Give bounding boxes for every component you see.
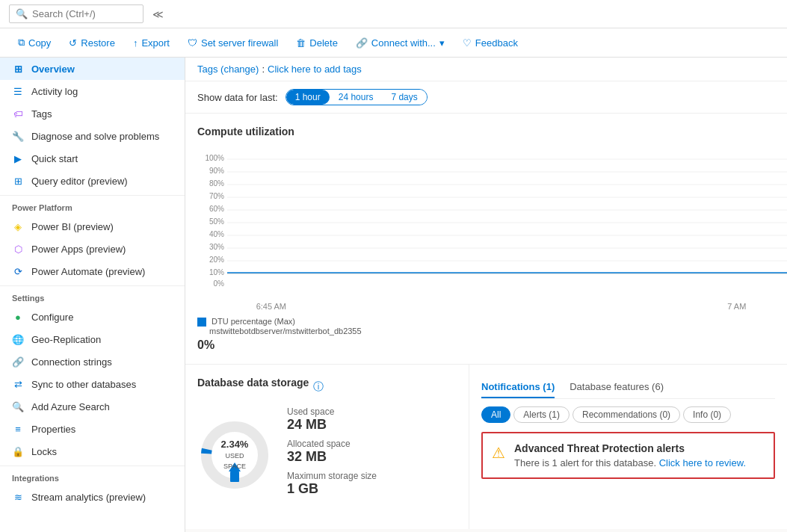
svg-rect-14 xyxy=(230,471,239,482)
sidebar-item-label: Properties xyxy=(31,424,75,435)
notifications-tabs: Notifications (1) Database features (6) xyxy=(481,377,775,399)
configure-icon: ● xyxy=(12,311,24,323)
sidebar-item-powerautomate[interactable]: ⟳ Power Automate (preview) xyxy=(0,260,185,282)
sidebar-item-label: Add Azure Search xyxy=(31,401,110,412)
sidebar-item-label: Query editor (preview) xyxy=(31,176,128,187)
connection-icon: 🔗 xyxy=(12,356,24,368)
filter-alerts[interactable]: Alerts (1) xyxy=(513,406,570,423)
filter-recommendations[interactable]: Recommendations (0) xyxy=(572,406,680,423)
power-platform-section: Power Platform xyxy=(0,195,185,215)
feedback-icon: ♡ xyxy=(463,37,472,49)
time-option-7days[interactable]: 7 days xyxy=(382,90,426,105)
storage-title: Database data storage xyxy=(197,377,309,389)
query-icon: ⊞ xyxy=(12,175,24,187)
sidebar-item-azure-search[interactable]: 🔍 Add Azure Search xyxy=(0,395,185,418)
time-option-24hours[interactable]: 24 hours xyxy=(330,90,383,105)
sidebar-item-locks[interactable]: 🔒 Locks xyxy=(0,440,185,463)
add-tags-link[interactable]: Click here to add tags xyxy=(268,64,362,75)
time-options-group: 1 hour 24 hours 7 days xyxy=(286,89,428,105)
alert-title: Advanced Threat Protection alerts xyxy=(514,442,746,454)
time-option-1hour[interactable]: 1 hour xyxy=(286,90,330,105)
filter-tabs: All Alerts (1) Recommendations (0) Info … xyxy=(481,406,775,423)
donut-label: 2.34% USED SPACE xyxy=(216,438,253,471)
powerautomate-icon: ⟳ xyxy=(12,265,24,277)
y-axis: 100% 90% 80% 70% 60% 50% 40% 30% 20% 10%… xyxy=(197,146,226,288)
copy-icon: ⧉ xyxy=(18,37,25,49)
alert-content: Advanced Threat Protection alerts There … xyxy=(514,442,746,468)
restore-icon: ↺ xyxy=(69,37,77,49)
content-area: Tags (change) : Click here to add tags S… xyxy=(185,58,787,532)
search-box[interactable]: 🔍 xyxy=(9,4,143,23)
x-axis: 6:45 AM 7 AM xyxy=(227,302,775,311)
sidebar-item-sync-databases[interactable]: ⇄ Sync to other databases xyxy=(0,373,185,395)
search-input[interactable] xyxy=(32,8,129,19)
time-filter-bar: Show data for last: 1 hour 24 hours 7 da… xyxy=(185,81,787,114)
max-storage-stat: Maximum storage size 1 GB xyxy=(287,471,377,497)
used-space-stat: Used space 24 MB xyxy=(287,406,377,433)
export-button[interactable]: ↑ Export xyxy=(126,34,177,52)
sidebar-item-geo-replication[interactable]: 🌐 Geo-Replication xyxy=(0,328,185,350)
sidebar-item-powerapps[interactable]: ⬡ Power Apps (preview) xyxy=(0,238,185,260)
sidebar-item-label: Power BI (preview) xyxy=(31,221,114,232)
sync-icon: ⇄ xyxy=(12,378,24,390)
alert-card: ⚠ Advanced Threat Protection alerts Ther… xyxy=(481,432,775,479)
x-label-645am: 6:45 AM xyxy=(256,302,286,311)
settings-section: Settings xyxy=(0,285,185,306)
feedback-button[interactable]: ♡ Feedback xyxy=(455,34,525,52)
alert-text: There is 1 alert for this database. Clic… xyxy=(514,457,746,468)
sidebar-item-stream-analytics[interactable]: ≋ Stream analytics (preview) xyxy=(0,486,185,508)
sidebar-item-configure[interactable]: ● Configure xyxy=(0,306,185,328)
search-icon: 🔍 xyxy=(16,8,28,19)
sidebar-item-connection-strings[interactable]: 🔗 Connection strings xyxy=(0,350,185,373)
connect-icon: 🔗 xyxy=(356,37,368,49)
overview-icon: ⊞ xyxy=(12,63,24,75)
sidebar-item-quickstart[interactable]: ▶ Quick start xyxy=(0,147,185,170)
sidebar-item-label: Power Automate (preview) xyxy=(31,266,145,277)
main-layout: ⊞ Overview ☰ Activity log 🏷 Tags 🔧 Diagn… xyxy=(0,58,787,532)
donut-chart: 2.34% USED SPACE xyxy=(197,418,272,492)
sidebar-item-query-editor[interactable]: ⊞ Query editor (preview) xyxy=(0,170,185,192)
tags-change-link[interactable]: Tags (change) xyxy=(197,64,259,75)
sidebar-item-label: Locks xyxy=(31,446,57,457)
alert-review-link[interactable]: Click here to review. xyxy=(659,457,746,468)
sidebar-item-label: Tags xyxy=(31,108,52,120)
sidebar-item-label: Power Apps (preview) xyxy=(31,244,126,255)
dtu-server: mstwittebotdbserver/mstwitterbot_db2355 xyxy=(209,327,362,335)
restore-button[interactable]: ↺ Restore xyxy=(61,34,123,52)
sidebar-item-overview[interactable]: ⊞ Overview xyxy=(0,58,185,80)
diagnose-icon: 🔧 xyxy=(12,130,24,142)
sidebar-item-properties[interactable]: ≡ Properties xyxy=(0,418,185,440)
compute-chart-svg xyxy=(227,146,787,288)
tab-database-features[interactable]: Database features (6) xyxy=(570,377,664,398)
allocated-space-stat: Allocated space 32 MB xyxy=(287,439,377,465)
delete-button[interactable]: 🗑 Delete xyxy=(288,34,345,52)
sidebar-item-diagnose[interactable]: 🔧 Diagnose and solve problems xyxy=(0,125,185,147)
notifications-section: Notifications (1) Database features (6) … xyxy=(469,365,787,529)
storage-info-icon: ⓘ xyxy=(313,380,324,394)
integrations-section: Integrations xyxy=(0,466,185,486)
sidebar: ⊞ Overview ☰ Activity log 🏷 Tags 🔧 Diagn… xyxy=(0,58,185,532)
filter-all[interactable]: All xyxy=(481,406,510,423)
powerbi-icon: ◈ xyxy=(12,220,24,232)
sidebar-item-activity-log[interactable]: ☰ Activity log xyxy=(0,80,185,102)
set-firewall-button[interactable]: 🛡 Set server firewall xyxy=(180,34,286,52)
tags-bar: Tags (change) : Click here to add tags xyxy=(185,58,787,81)
connect-with-button[interactable]: 🔗 Connect with... ▾ xyxy=(348,34,452,52)
sidebar-item-label: Activity log xyxy=(31,86,78,97)
dtu-badge xyxy=(197,318,206,327)
activity-icon: ☰ xyxy=(12,85,24,97)
sidebar-item-powerbi[interactable]: ◈ Power BI (preview) xyxy=(0,215,185,238)
sidebar-item-tags[interactable]: 🏷 Tags xyxy=(0,102,185,125)
filter-info[interactable]: Info (0) xyxy=(683,406,731,423)
sidebar-item-label: Configure xyxy=(31,312,73,323)
chart-area: 100% 90% 80% 70% 60% 50% 40% 30% 20% 10%… xyxy=(197,146,775,311)
compute-title: Compute utilization xyxy=(197,126,775,137)
copy-button[interactable]: ⧉ Copy xyxy=(10,33,58,52)
collapse-button[interactable]: ≪ xyxy=(152,8,164,20)
sidebar-item-label: Quick start xyxy=(31,153,78,164)
time-filter-label: Show data for last: xyxy=(197,92,278,103)
tab-notifications[interactable]: Notifications (1) xyxy=(481,377,555,398)
stream-icon: ≋ xyxy=(12,491,24,503)
powerapps-icon: ⬡ xyxy=(12,243,24,255)
export-icon: ↑ xyxy=(133,37,138,49)
